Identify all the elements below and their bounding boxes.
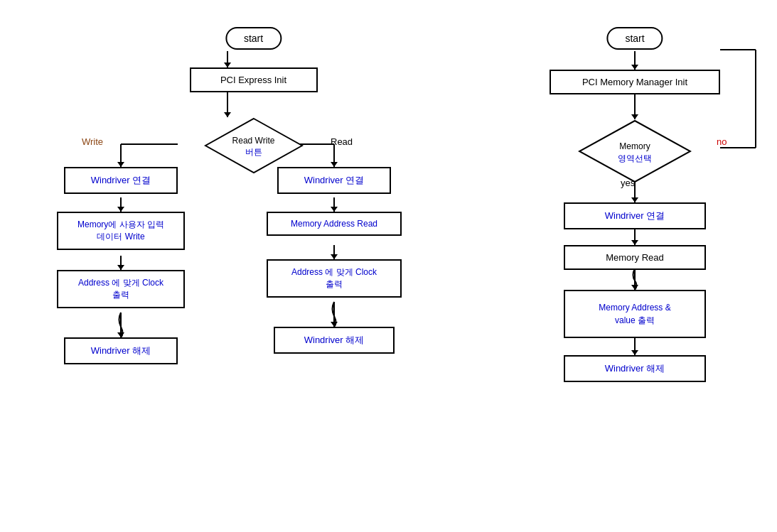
right-diamond-text: Memory 영역선택 (618, 141, 652, 165)
right-memory-read-box: Memory Read (564, 245, 706, 270)
right-memory-addr-box: Memory Address Read (267, 212, 402, 236)
diagram-container: start PCI Express Init Read Write 버튼 Wri… (0, 0, 777, 532)
svg-marker-33 (631, 114, 638, 119)
svg-marker-35 (631, 240, 638, 245)
left-clock-box: Address 에 맞게 Clock출력 (57, 270, 185, 308)
left-windriver-box: Windriver 연결 (64, 167, 178, 194)
svg-marker-18 (331, 254, 338, 259)
svg-marker-19 (331, 322, 338, 327)
left-start-oval: start (225, 27, 282, 50)
left-diamond-text: Read Write 버튼 (232, 136, 275, 158)
right-windriver-label: Windriver 연결 (605, 210, 665, 221)
right-diagram: start PCI Memory Manager Init Memory 영역선… (500, 14, 770, 518)
right-release-box: Windriver 해제 (564, 355, 706, 382)
no-label: no (717, 136, 727, 147)
write-label: Write (82, 136, 103, 147)
right-windriver-label: Windriver 연결 (304, 175, 365, 185)
right-start-oval: start (606, 27, 663, 50)
svg-marker-36 (631, 285, 638, 290)
svg-marker-37 (631, 350, 638, 355)
read-label: Read (331, 136, 353, 147)
right-memory-addr-value-box: Memory Address &value 출력 (564, 290, 706, 338)
right-pci-manager-label: PCI Memory Manager Init (550, 70, 720, 94)
svg-marker-34 (631, 197, 638, 202)
left-pci-init-box: PCI Express Init (190, 67, 318, 92)
right-windriver-box: Windriver 연결 (564, 202, 706, 229)
svg-marker-13 (331, 162, 338, 167)
right-release-label: Windriver 해제 (304, 335, 365, 345)
right-release-box: Windriver 해제 (274, 327, 395, 354)
left-memory-write-box: Memory에 사용자 입력데이터 Write (57, 212, 185, 250)
svg-marker-17 (331, 207, 338, 212)
svg-marker-20 (224, 63, 231, 67)
left-release-label: Windriver 해제 (91, 345, 151, 356)
svg-marker-21 (224, 112, 231, 117)
right-memory-addr-value-label: Memory Address &value 출력 (599, 303, 670, 325)
left-clock-label: Address 에 맞게 Clock출력 (78, 278, 164, 300)
right-pci-manager-box: PCI Memory Manager Init (550, 70, 720, 94)
yes-label: yes (621, 178, 635, 188)
left-memory-write-label: Memory에 사용자 입력데이터 Write (77, 219, 164, 241)
left-pci-init-label: PCI Express Init (190, 67, 318, 92)
left-start-label: start (225, 27, 282, 50)
right-release-label: Windriver 해제 (605, 363, 665, 374)
right-clock-label: Address 에 맞게 Clock출력 (291, 267, 377, 289)
right-memory-addr-label: Memory Address Read (291, 219, 377, 229)
svg-marker-14 (117, 207, 124, 212)
left-diagram: start PCI Express Init Read Write 버튼 Wri… (7, 14, 500, 518)
right-windriver-box: Windriver 연결 (277, 167, 391, 194)
left-windriver-label: Windriver 연결 (91, 175, 151, 185)
right-memory-read-label: Memory Read (564, 245, 706, 270)
svg-marker-32 (631, 65, 638, 70)
right-clock-box: Address 에 맞게 Clock출력 (267, 259, 402, 298)
svg-marker-12 (117, 162, 124, 167)
right-diamond: Memory 영역선택 (578, 119, 692, 186)
right-start-label: start (606, 27, 663, 50)
svg-marker-15 (117, 265, 124, 270)
left-release-box: Windriver 해제 (64, 337, 178, 364)
svg-marker-16 (117, 332, 124, 337)
